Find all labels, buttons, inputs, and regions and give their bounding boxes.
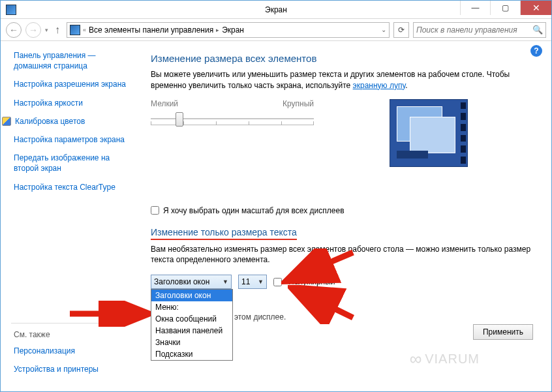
close-button[interactable]: ✕ <box>520 1 551 15</box>
address-bar: ← → ▾ ↑ « Все элементы панели управления… <box>1 19 551 41</box>
crumb-separator-icon: ▸ <box>216 27 219 33</box>
dropdown-option[interactable]: Меню: <box>151 301 232 313</box>
crumb-all-items[interactable]: Все элементы панели управления <box>89 25 213 35</box>
crumb-display[interactable]: Экран <box>222 25 244 35</box>
sidebar-link-resolution[interactable]: Настройка разрешения экрана <box>14 79 131 89</box>
checkbox-one-scale[interactable] <box>151 206 159 215</box>
search-icon[interactable]: 🔍 <box>532 25 543 35</box>
slider-thumb[interactable] <box>176 112 183 127</box>
heading-text-only: Изменение только размера текста <box>151 227 533 240</box>
breadcrumb-bar[interactable]: « Все элементы панели управления ▸ Экран… <box>67 22 390 38</box>
forward-button[interactable]: → <box>25 22 41 38</box>
desc-text-only: Вам необязательно изменять размер всех э… <box>151 244 533 266</box>
search-box[interactable]: 🔍 <box>413 22 546 38</box>
infinity-icon: ∞ <box>410 349 423 369</box>
chevron-down-icon: ▼ <box>258 279 264 285</box>
search-input[interactable] <box>416 25 532 35</box>
chevron-down-icon: ▼ <box>222 279 228 285</box>
back-button[interactable]: ← <box>6 22 22 38</box>
window-buttons: — ▢ ✕ <box>460 1 551 15</box>
magnifier-link[interactable]: экранную лупу <box>353 81 406 90</box>
slider-min-label: Мелкий <box>151 99 178 108</box>
refresh-button[interactable]: ⟳ <box>393 22 409 38</box>
apply-button[interactable]: Применить <box>473 324 533 340</box>
see-also-heading: См. также <box>14 330 131 339</box>
text-size-controls: Заголовки окон ▼ Заголовки окон Меню: Ок… <box>151 275 533 289</box>
content-area: ? Изменение размера всех элементов Вы мо… <box>138 41 551 391</box>
sidebar-link-calibrate[interactable]: Калибровка цветов <box>15 116 85 127</box>
see-also-personalization[interactable]: Персонализация <box>14 346 131 356</box>
up-button[interactable]: ↑ <box>52 24 63 36</box>
size-combobox[interactable]: 11 ▼ <box>238 275 267 289</box>
dropdown-option[interactable]: Окна сообщений <box>151 313 232 325</box>
heading-resize-all: Изменение размера всех элементов <box>151 53 533 64</box>
sidebar-link-cleartype[interactable]: Настройка текста ClearType <box>14 182 131 192</box>
see-also-devices[interactable]: Устройства и принтеры <box>14 364 131 374</box>
shield-icon <box>2 117 11 126</box>
slider-labels: Мелкий Крупный <box>151 99 314 108</box>
element-combobox[interactable]: Заголовки окон ▼ Заголовки окон Меню: Ок… <box>151 275 232 289</box>
scale-slider[interactable] <box>151 112 314 125</box>
checkbox-one-scale-label: Я хочу выбрать один масштаб для всех дис… <box>163 206 345 215</box>
bold-checkbox[interactable] <box>273 278 282 286</box>
dropdown-option[interactable]: Подсказки <box>151 348 232 360</box>
bold-label: Полужирный <box>288 277 335 286</box>
dropdown-option[interactable]: Названия панелей <box>151 325 232 337</box>
element-dropdown-list: Заголовки окон Меню: Окна сообщений Назв… <box>151 289 233 361</box>
sidebar-link-home[interactable]: Панель управления — домашняя страница <box>14 50 131 71</box>
desc-resize-all: Вы можете увеличить или уменьшить размер… <box>151 69 533 91</box>
title-bar: Экран — ▢ ✕ <box>1 1 551 19</box>
slider-max-label: Крупный <box>283 99 314 108</box>
sidebar-link-brightness[interactable]: Настройка яркости <box>14 98 131 108</box>
size-combobox-value: 11 <box>241 277 250 286</box>
dropdown-option[interactable]: Значки <box>151 337 232 348</box>
crumb-root: « <box>83 27 86 33</box>
maximize-button[interactable]: ▢ <box>490 1 520 15</box>
dropdown-option[interactable]: Заголовки окон <box>151 290 232 301</box>
control-panel-icon <box>70 25 80 35</box>
minimize-button[interactable]: — <box>460 1 490 15</box>
sidebar-link-display-settings[interactable]: Настройка параметров экрана <box>14 134 131 145</box>
watermark: ∞ VIARUM <box>410 349 480 369</box>
help-icon[interactable]: ? <box>530 45 542 57</box>
element-combobox-value: Заголовки окон <box>154 277 209 286</box>
monitor-illustration <box>390 99 468 167</box>
sidebar-link-project[interactable]: Передать изображение на второй экран <box>14 153 131 173</box>
sidebar: Панель управления — домашняя страница На… <box>1 41 138 391</box>
address-dropdown-icon[interactable]: ⌄ <box>381 26 386 33</box>
history-dropdown-icon[interactable]: ▾ <box>45 27 48 33</box>
